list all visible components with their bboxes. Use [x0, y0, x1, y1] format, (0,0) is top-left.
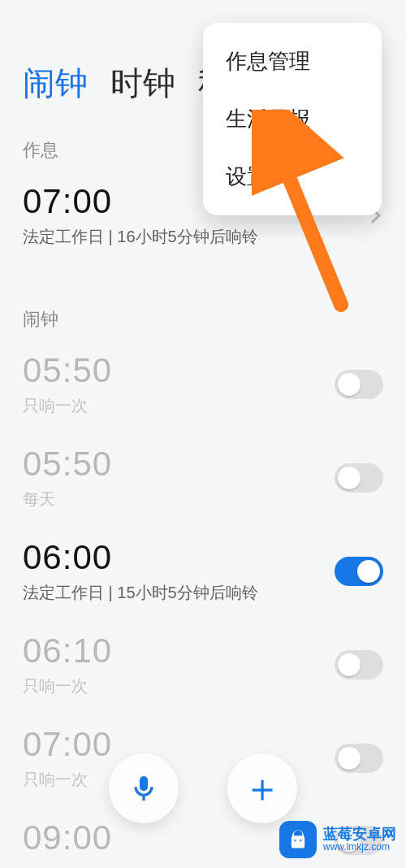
tab-alarm[interactable]: 闹钟	[23, 61, 88, 106]
schedule-sub: 法定工作日 | 16小时5分钟后响铃	[23, 226, 367, 248]
watermark-title: 蓝莓安卓网	[323, 826, 396, 843]
voice-button[interactable]	[109, 753, 179, 823]
add-alarm-button[interactable]: ＋	[227, 753, 297, 823]
alarm-row[interactable]: 05:50 每天	[0, 432, 406, 525]
alarm-time: 05:50	[23, 445, 335, 484]
alarm-toggle[interactable]	[335, 650, 383, 679]
overflow-menu: 作息管理 生活早报 设置	[203, 23, 382, 215]
tab-clock[interactable]: 时钟	[110, 61, 175, 106]
alarm-toggle[interactable]	[335, 370, 383, 399]
alarm-row[interactable]: 06:10 只响一次	[0, 618, 406, 712]
alarm-row[interactable]: 05:50 只响一次	[0, 338, 406, 432]
section-label-alarms: 闹钟	[0, 263, 406, 338]
alarm-toggle[interactable]	[335, 557, 383, 586]
watermark-logo-icon	[279, 821, 317, 858]
watermark: 蓝莓安卓网 www.lmkjz.com	[279, 821, 396, 858]
alarm-toggle[interactable]	[335, 463, 383, 493]
fab-container: ＋	[0, 753, 406, 823]
watermark-url: www.lmkjz.com	[323, 842, 396, 853]
alarm-row[interactable]: 06:00 法定工作日 | 15小时5分钟后响铃	[0, 525, 406, 618]
alarm-sub: 只响一次	[23, 395, 335, 417]
menu-item-life-morning[interactable]: 生活早报	[203, 90, 382, 148]
microphone-icon	[127, 772, 160, 805]
alarm-time: 05:50	[23, 351, 335, 390]
plus-icon: ＋	[243, 769, 282, 808]
alarm-sub: 只响一次	[23, 675, 335, 697]
menu-item-schedule-manage[interactable]: 作息管理	[203, 33, 382, 90]
alarm-time: 06:00	[23, 538, 335, 577]
menu-item-settings[interactable]: 设置	[203, 148, 382, 206]
alarm-time: 06:10	[23, 631, 335, 671]
alarm-sub: 每天	[23, 488, 335, 510]
alarm-sub: 法定工作日 | 15小时5分钟后响铃	[23, 582, 335, 604]
